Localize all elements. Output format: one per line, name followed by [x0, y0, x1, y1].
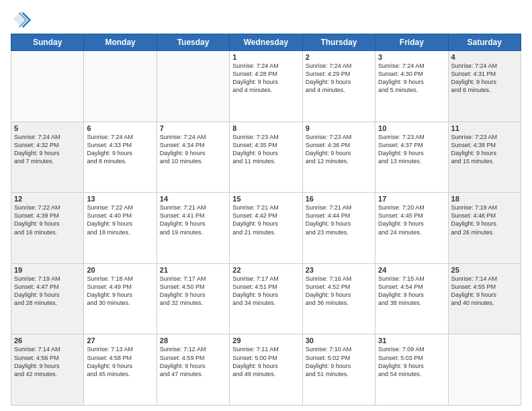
day-number: 24	[378, 266, 445, 274]
logo-icon	[11, 8, 32, 30]
day-info: Sunrise: 7:24 AM Sunset: 4:29 PM Dayligh…	[306, 62, 372, 95]
week-row-2: 12Sunrise: 7:22 AM Sunset: 4:39 PM Dayli…	[11, 193, 521, 264]
logo	[11, 8, 35, 30]
week-row-4: 26Sunrise: 7:14 AM Sunset: 4:56 PM Dayli…	[11, 334, 521, 406]
day-cell: 30Sunrise: 7:10 AM Sunset: 5:02 PM Dayli…	[302, 334, 375, 406]
day-cell: 26Sunrise: 7:14 AM Sunset: 4:56 PM Dayli…	[11, 334, 84, 406]
week-row-3: 19Sunrise: 7:19 AM Sunset: 4:47 PM Dayli…	[11, 263, 521, 334]
day-number: 25	[451, 266, 518, 274]
calendar: SundayMondayTuesdayWednesdayThursdayFrid…	[11, 34, 521, 406]
day-info: Sunrise: 7:10 AM Sunset: 5:02 PM Dayligh…	[306, 345, 372, 378]
day-cell: 15Sunrise: 7:21 AM Sunset: 4:42 PM Dayli…	[230, 193, 302, 264]
day-number: 1	[232, 53, 299, 61]
day-info: Sunrise: 7:17 AM Sunset: 4:51 PM Dayligh…	[232, 275, 299, 308]
day-cell: 4Sunrise: 7:24 AM Sunset: 4:31 PM Daylig…	[448, 51, 521, 122]
day-info: Sunrise: 7:23 AM Sunset: 4:35 PM Dayligh…	[232, 133, 299, 166]
weekday-thursday: Thursday	[302, 34, 375, 51]
day-number: 20	[87, 266, 153, 274]
day-number: 13	[87, 195, 153, 203]
day-cell: 29Sunrise: 7:11 AM Sunset: 5:00 PM Dayli…	[230, 334, 302, 406]
day-cell: 11Sunrise: 7:23 AM Sunset: 4:38 PM Dayli…	[448, 122, 521, 193]
day-info: Sunrise: 7:24 AM Sunset: 4:34 PM Dayligh…	[160, 133, 226, 166]
day-info: Sunrise: 7:14 AM Sunset: 4:56 PM Dayligh…	[14, 345, 81, 378]
page: SundayMondayTuesdayWednesdayThursdayFrid…	[0, 0, 532, 411]
day-number: 16	[306, 195, 372, 203]
day-number: 4	[451, 53, 518, 61]
day-number: 30	[306, 336, 372, 345]
day-info: Sunrise: 7:19 AM Sunset: 4:46 PM Dayligh…	[451, 203, 518, 236]
day-cell: 2Sunrise: 7:24 AM Sunset: 4:29 PM Daylig…	[302, 51, 375, 122]
day-cell: 24Sunrise: 7:15 AM Sunset: 4:54 PM Dayli…	[375, 263, 448, 334]
day-cell: 22Sunrise: 7:17 AM Sunset: 4:51 PM Dayli…	[230, 263, 302, 334]
day-cell	[448, 334, 521, 406]
day-cell: 14Sunrise: 7:21 AM Sunset: 4:41 PM Dayli…	[157, 193, 229, 264]
day-number: 8	[232, 124, 299, 132]
week-row-1: 5Sunrise: 7:24 AM Sunset: 4:32 PM Daylig…	[11, 122, 521, 193]
day-number: 27	[87, 336, 153, 345]
day-cell: 20Sunrise: 7:18 AM Sunset: 4:49 PM Dayli…	[84, 263, 157, 334]
weekday-monday: Monday	[84, 34, 157, 51]
day-number: 2	[306, 53, 372, 61]
day-info: Sunrise: 7:23 AM Sunset: 4:38 PM Dayligh…	[451, 133, 518, 166]
day-cell: 12Sunrise: 7:22 AM Sunset: 4:39 PM Dayli…	[11, 193, 84, 264]
day-cell: 3Sunrise: 7:24 AM Sunset: 4:30 PM Daylig…	[375, 51, 448, 122]
day-number: 17	[378, 195, 445, 203]
weekday-tuesday: Tuesday	[157, 34, 229, 51]
day-number: 26	[14, 336, 81, 345]
day-info: Sunrise: 7:24 AM Sunset: 4:28 PM Dayligh…	[232, 62, 299, 95]
day-info: Sunrise: 7:17 AM Sunset: 4:50 PM Dayligh…	[160, 275, 226, 308]
day-cell: 6Sunrise: 7:24 AM Sunset: 4:33 PM Daylig…	[84, 122, 157, 193]
day-number: 5	[14, 124, 81, 132]
day-info: Sunrise: 7:12 AM Sunset: 4:59 PM Dayligh…	[160, 345, 226, 378]
day-info: Sunrise: 7:24 AM Sunset: 4:33 PM Dayligh…	[87, 133, 153, 166]
day-cell: 19Sunrise: 7:19 AM Sunset: 4:47 PM Dayli…	[11, 263, 84, 334]
header	[11, 8, 521, 30]
day-info: Sunrise: 7:21 AM Sunset: 4:42 PM Dayligh…	[232, 203, 299, 236]
weekday-sunday: Sunday	[11, 34, 84, 51]
day-info: Sunrise: 7:19 AM Sunset: 4:47 PM Dayligh…	[14, 275, 81, 308]
day-number: 12	[14, 195, 81, 203]
day-cell: 27Sunrise: 7:13 AM Sunset: 4:58 PM Dayli…	[84, 334, 157, 406]
day-info: Sunrise: 7:24 AM Sunset: 4:32 PM Dayligh…	[14, 133, 81, 166]
day-info: Sunrise: 7:13 AM Sunset: 4:58 PM Dayligh…	[87, 345, 153, 378]
day-cell: 1Sunrise: 7:24 AM Sunset: 4:28 PM Daylig…	[230, 51, 302, 122]
day-cell: 8Sunrise: 7:23 AM Sunset: 4:35 PM Daylig…	[230, 122, 302, 193]
day-number: 10	[378, 124, 445, 132]
day-info: Sunrise: 7:24 AM Sunset: 4:30 PM Dayligh…	[378, 62, 445, 95]
day-cell: 28Sunrise: 7:12 AM Sunset: 4:59 PM Dayli…	[157, 334, 229, 406]
day-number: 29	[232, 336, 299, 345]
day-cell	[11, 51, 84, 122]
day-info: Sunrise: 7:16 AM Sunset: 4:52 PM Dayligh…	[306, 275, 372, 308]
day-number: 22	[232, 266, 299, 274]
day-info: Sunrise: 7:20 AM Sunset: 4:45 PM Dayligh…	[378, 203, 445, 236]
day-info: Sunrise: 7:14 AM Sunset: 4:55 PM Dayligh…	[451, 275, 518, 308]
day-number: 7	[160, 124, 226, 132]
day-cell: 25Sunrise: 7:14 AM Sunset: 4:55 PM Dayli…	[448, 263, 521, 334]
day-cell: 23Sunrise: 7:16 AM Sunset: 4:52 PM Dayli…	[302, 263, 375, 334]
day-cell: 17Sunrise: 7:20 AM Sunset: 4:45 PM Dayli…	[375, 193, 448, 264]
day-number: 6	[87, 124, 153, 132]
day-cell	[84, 51, 157, 122]
day-info: Sunrise: 7:09 AM Sunset: 5:03 PM Dayligh…	[378, 345, 445, 378]
day-number: 11	[451, 124, 518, 132]
day-info: Sunrise: 7:11 AM Sunset: 5:00 PM Dayligh…	[232, 345, 299, 378]
day-info: Sunrise: 7:22 AM Sunset: 4:40 PM Dayligh…	[87, 203, 153, 236]
day-number: 9	[306, 124, 372, 132]
weekday-saturday: Saturday	[448, 34, 521, 51]
day-cell: 16Sunrise: 7:21 AM Sunset: 4:44 PM Dayli…	[302, 193, 375, 264]
day-cell: 13Sunrise: 7:22 AM Sunset: 4:40 PM Dayli…	[84, 193, 157, 264]
week-row-0: 1Sunrise: 7:24 AM Sunset: 4:28 PM Daylig…	[11, 51, 521, 122]
day-number: 18	[451, 195, 518, 203]
weekday-header-row: SundayMondayTuesdayWednesdayThursdayFrid…	[11, 34, 521, 51]
day-cell	[157, 51, 229, 122]
day-info: Sunrise: 7:23 AM Sunset: 4:37 PM Dayligh…	[378, 133, 445, 166]
day-info: Sunrise: 7:18 AM Sunset: 4:49 PM Dayligh…	[87, 275, 153, 308]
weekday-wednesday: Wednesday	[230, 34, 302, 51]
day-cell: 5Sunrise: 7:24 AM Sunset: 4:32 PM Daylig…	[11, 122, 84, 193]
day-cell: 18Sunrise: 7:19 AM Sunset: 4:46 PM Dayli…	[448, 193, 521, 264]
day-cell: 9Sunrise: 7:23 AM Sunset: 4:36 PM Daylig…	[302, 122, 375, 193]
day-number: 28	[160, 336, 226, 345]
day-number: 19	[14, 266, 81, 274]
day-info: Sunrise: 7:24 AM Sunset: 4:31 PM Dayligh…	[451, 62, 518, 95]
day-number: 21	[160, 266, 226, 274]
